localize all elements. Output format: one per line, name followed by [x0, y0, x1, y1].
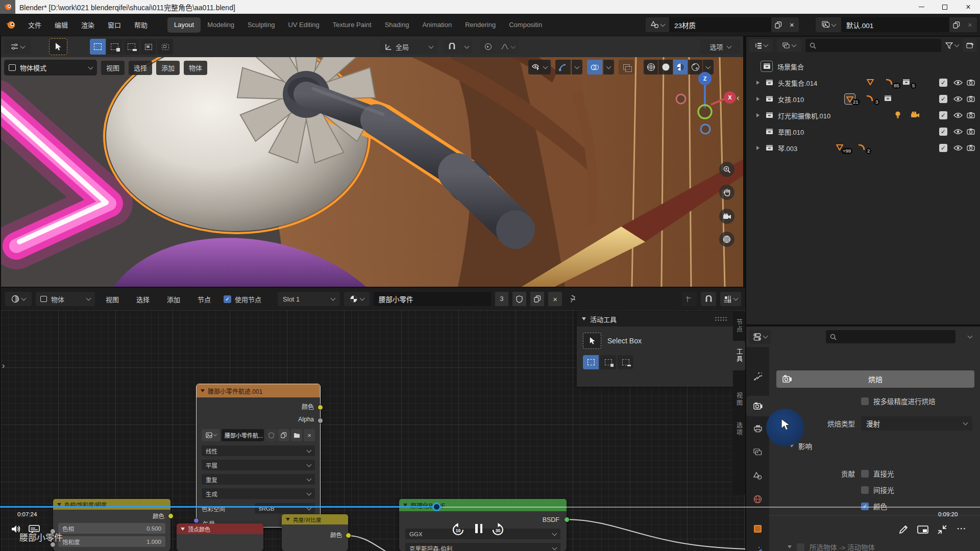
- outliner-display-mode-dropdown[interactable]: [749, 39, 773, 52]
- viewport-ortho-button[interactable]: [719, 232, 734, 247]
- tab-tool-properties[interactable]: [746, 367, 769, 386]
- tool-mode-subtract-button[interactable]: [618, 355, 633, 369]
- new-collection-button[interactable]: [963, 39, 977, 52]
- viewport-menu-add[interactable]: 添加: [156, 61, 180, 75]
- transform-orientation-dropdown[interactable]: 全局: [380, 39, 437, 54]
- maximize-button[interactable]: [933, 0, 957, 14]
- annotate-button[interactable]: [898, 524, 909, 535]
- properties-editor-type-dropdown[interactable]: [749, 330, 771, 344]
- visibility-dropdown[interactable]: [528, 60, 551, 74]
- render-visibility-icon[interactable]: [967, 95, 975, 102]
- outliner-row[interactable]: 头发集合.014 85 5 ✓: [746, 76, 980, 90]
- workspace-tab-modeling[interactable]: Modeling: [201, 17, 241, 33]
- source-dropdown[interactable]: 生成: [202, 488, 315, 499]
- selectable-checkbox[interactable]: ✓: [939, 144, 947, 152]
- selectable-checkbox[interactable]: ✓: [939, 79, 947, 87]
- selectable-checkbox[interactable]: ✓: [939, 111, 947, 119]
- workspace-tab-shading[interactable]: Shading: [378, 17, 416, 33]
- menu-edit[interactable]: 编辑: [48, 20, 75, 30]
- material-name-field[interactable]: 腰部小零件: [374, 292, 491, 306]
- tab-object-properties[interactable]: [746, 519, 769, 538]
- expand-icon[interactable]: [756, 97, 760, 101]
- material-unlink-button[interactable]: ×: [548, 292, 562, 306]
- collapse-icon[interactable]: [201, 389, 205, 392]
- projection-dropdown[interactable]: 平展: [202, 460, 315, 470]
- material-slot-dropdown[interactable]: Slot 1: [278, 292, 340, 306]
- image-copy-button[interactable]: [278, 429, 289, 441]
- collapse-icon[interactable]: [57, 503, 61, 506]
- select-invert-mode-button[interactable]: [140, 39, 156, 55]
- selected-to-active-checkbox[interactable]: [797, 543, 804, 551]
- tab-render-properties[interactable]: [746, 396, 769, 416]
- select-extend-mode-button[interactable]: [107, 39, 122, 55]
- multires-checkbox[interactable]: [861, 397, 869, 405]
- socket-color-output[interactable]: [317, 405, 323, 410]
- viewport-menu-object[interactable]: 物体: [184, 61, 207, 75]
- workspace-tab-animation[interactable]: Animation: [415, 17, 458, 33]
- viewport-canvas[interactable]: 物体模式 视图 选择 添加 物体: [1, 57, 743, 287]
- properties-options-dropdown[interactable]: [964, 330, 977, 343]
- use-nodes-toggle[interactable]: ✓ 使用节点: [224, 294, 261, 304]
- menu-render[interactable]: 渲染: [75, 20, 101, 30]
- subtitle-button[interactable]: [29, 525, 40, 534]
- scene-copy-button[interactable]: [771, 17, 785, 32]
- expand-icon[interactable]: [756, 146, 760, 150]
- select-subtract-mode-button[interactable]: [124, 39, 139, 55]
- direct-light-toggle[interactable]: 直接光: [861, 468, 894, 479]
- colorspace-dropdown[interactable]: sRGB: [255, 503, 315, 514]
- active-tool-panel-header[interactable]: 活动工具: [577, 311, 733, 327]
- viewport-zoom-button[interactable]: [719, 162, 734, 177]
- interpolation-dropdown[interactable]: 线性: [202, 445, 315, 456]
- selected-to-active-row[interactable]: 所选物体 -> 活动物体: [788, 542, 875, 551]
- view-layer-delete-button[interactable]: ×: [963, 17, 977, 32]
- distribution-dropdown[interactable]: GGX: [405, 529, 560, 539]
- socket-color-output[interactable]: [168, 513, 174, 519]
- collapse-icon[interactable]: [181, 528, 185, 531]
- shader-type-dropdown[interactable]: 物体: [36, 292, 95, 306]
- expand-icon[interactable]: [756, 113, 760, 117]
- render-visibility-icon[interactable]: [967, 144, 975, 151]
- outliner-row[interactable]: 灯光和摄像机.010 ✓: [746, 108, 980, 122]
- workspace-tab-texture-paint[interactable]: Texture Paint: [326, 17, 378, 33]
- mode-dropdown[interactable]: 物体模式: [4, 60, 97, 76]
- select-intersect-mode-button[interactable]: [157, 39, 173, 55]
- options-dropdown[interactable]: 选项: [700, 39, 740, 54]
- sidebar-tab-view[interactable]: 视图: [733, 385, 745, 414]
- render-visibility-icon[interactable]: [967, 112, 975, 118]
- close-button[interactable]: ×: [957, 0, 980, 14]
- view-layer-browse-button[interactable]: [816, 17, 841, 32]
- node-header[interactable]: 顶点颜色: [177, 523, 263, 534]
- socket-color-output[interactable]: [346, 533, 351, 538]
- scene-browse-button[interactable]: [646, 17, 669, 32]
- show-overlays-button[interactable]: [587, 60, 602, 74]
- pause-button[interactable]: [475, 524, 482, 533]
- outliner-row[interactable]: 草图.010 ✓: [746, 124, 980, 139]
- progress-bar-remaining[interactable]: [437, 507, 980, 508]
- shader-snap-toggle[interactable]: [701, 292, 716, 306]
- pip-button[interactable]: [917, 525, 928, 534]
- socket-vector-input[interactable]: [193, 518, 199, 523]
- shading-wireframe-button[interactable]: [644, 60, 658, 74]
- saturation-field[interactable]: 饱和度 1.000: [58, 536, 165, 547]
- material-users-button[interactable]: 3: [495, 292, 508, 306]
- outliner-row[interactable]: 琴.003 +99 2 ✓: [746, 141, 980, 155]
- progress-bar-played[interactable]: [0, 506, 437, 508]
- snap-options-dropdown[interactable]: [461, 39, 472, 54]
- hide-eye-icon[interactable]: [953, 145, 963, 151]
- menu-file[interactable]: 文件: [21, 20, 48, 30]
- image-unlink-button[interactable]: ×: [304, 429, 315, 441]
- overlays-options-dropdown[interactable]: [603, 60, 614, 74]
- view-layer-name-field[interactable]: 默认.001: [841, 17, 949, 32]
- shader-menu-node[interactable]: 节点: [191, 294, 217, 304]
- hue-field[interactable]: 色相 0.500: [58, 523, 165, 534]
- image-fake-user-button[interactable]: [265, 429, 277, 441]
- workspace-tab-sculpting[interactable]: Sculpting: [241, 17, 281, 33]
- render-visibility-icon[interactable]: [967, 128, 975, 135]
- socket-alpha-output[interactable]: [317, 418, 323, 423]
- sidebar-collapse-arrow[interactable]: ‹: [737, 93, 740, 103]
- navigation-gizmo[interactable]: Z X: [670, 67, 743, 136]
- bake-button[interactable]: 烘焙: [776, 370, 974, 388]
- workspace-tab-layout[interactable]: Layout: [167, 17, 201, 33]
- hide-eye-icon[interactable]: [953, 96, 963, 102]
- outliner-filter-id-dropdown[interactable]: [777, 39, 801, 52]
